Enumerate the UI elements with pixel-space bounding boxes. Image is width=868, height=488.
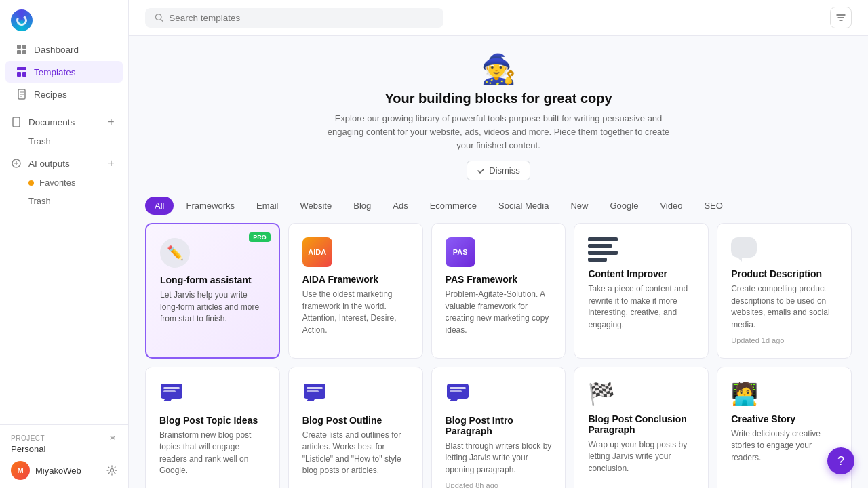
chat-icon-3 xyxy=(446,381,552,408)
project-select-icon[interactable] xyxy=(108,433,117,443)
search-bar[interactable] xyxy=(145,8,443,28)
avatar: M xyxy=(11,461,30,480)
card-aida-framework[interactable]: AIDA AIDA Framework Use the oldest marke… xyxy=(288,223,423,359)
documents-nav-item[interactable]: Documents xyxy=(11,117,75,127)
username: MiyakoWeb xyxy=(35,466,101,476)
tab-frameworks[interactable]: Frameworks xyxy=(176,197,244,215)
check-icon xyxy=(477,167,485,175)
dismiss-button[interactable]: Dismiss xyxy=(467,161,530,180)
svg-rect-0 xyxy=(17,45,21,49)
tab-ads[interactable]: Ads xyxy=(383,197,417,215)
lines-icon xyxy=(588,237,618,262)
tab-website[interactable]: Website xyxy=(290,197,341,215)
sidebar-item-favorites[interactable]: Favorites xyxy=(0,174,128,192)
card-title: Blog Post Outline xyxy=(302,415,409,426)
svg-rect-24 xyxy=(450,390,462,392)
filter-button[interactable] xyxy=(830,7,852,28)
sidebar-item-label: Dashboard xyxy=(34,45,79,55)
grid-icon xyxy=(16,44,27,55)
card-long-form-assistant[interactable]: PRO ✏️ Long-form assistant Let Jarvis he… xyxy=(145,223,280,359)
svg-rect-17 xyxy=(163,387,180,389)
card-updated: Updated 1d ago xyxy=(731,336,837,344)
cards-grid: PRO ✏️ Long-form assistant Let Jarvis he… xyxy=(145,223,852,488)
tab-ecommerce[interactable]: Ecommerce xyxy=(420,197,486,215)
documents-section-header: Documents + xyxy=(0,112,128,132)
svg-rect-5 xyxy=(17,72,21,77)
svg-rect-3 xyxy=(22,50,26,54)
card-title: Product Description xyxy=(731,268,837,279)
aida-icon: AIDA xyxy=(302,237,332,267)
sidebar-item-templates[interactable]: Templates xyxy=(5,61,123,83)
card-description: Problem-Agitate-Solution. A valuable fra… xyxy=(446,289,552,336)
card-description: Blast through writers block by letting J… xyxy=(446,441,552,476)
svg-line-15 xyxy=(161,19,163,21)
tab-email[interactable]: Email xyxy=(247,197,288,215)
tab-video[interactable]: Video xyxy=(650,197,692,215)
hero-description: Explore our growing library of powerful … xyxy=(322,112,675,152)
help-button[interactable]: ? xyxy=(827,447,854,474)
flag-icon: 🏁 xyxy=(588,381,694,407)
card-pas-framework[interactable]: PAS PAS Framework Problem-Agitate-Soluti… xyxy=(431,223,566,359)
ai-outputs-section-header: AI outputs + xyxy=(0,153,128,174)
ai-outputs-nav-item[interactable]: AI outputs xyxy=(11,158,70,169)
svg-rect-4 xyxy=(17,67,26,70)
sidebar-item-label: Recipes xyxy=(34,89,67,100)
recipes-icon xyxy=(16,89,27,100)
card-description: Let Jarvis help you write long-form arti… xyxy=(160,289,265,325)
card-title: Blog Post Topic Ideas xyxy=(159,415,266,426)
card-title: Blog Post Intro Paragraph xyxy=(446,415,552,436)
hero-emoji: 🧙 xyxy=(159,52,838,85)
add-ai-output-button[interactable]: + xyxy=(105,157,117,169)
svg-rect-20 xyxy=(307,387,323,389)
svg-rect-1 xyxy=(22,45,26,49)
card-title: Creative Story xyxy=(731,413,837,424)
favorites-dot xyxy=(28,180,34,186)
svg-rect-6 xyxy=(22,72,26,77)
settings-icon[interactable] xyxy=(106,465,117,476)
app-logo[interactable] xyxy=(11,9,33,31)
svg-rect-2 xyxy=(17,50,21,54)
card-product-description[interactable]: Product Description Create compelling pr… xyxy=(717,223,852,359)
chat-icon-1 xyxy=(159,381,266,408)
favorites-label: Favorites xyxy=(39,178,75,188)
help-label: ? xyxy=(837,454,844,468)
sidebar: Dashboard Templates Recipes Documents + … xyxy=(0,0,129,488)
sidebar-item-recipes[interactable]: Recipes xyxy=(5,83,123,105)
user-row: M MiyakoWeb xyxy=(11,461,117,480)
card-blog-post-outline[interactable]: Blog Post Outline Create lists and outli… xyxy=(288,367,423,488)
add-document-button[interactable]: + xyxy=(105,116,117,128)
sidebar-nav: Dashboard Templates Recipes Documents + … xyxy=(0,38,128,424)
svg-rect-23 xyxy=(450,387,466,389)
documents-label: Documents xyxy=(28,117,75,127)
card-blog-post-intro[interactable]: Blog Post Intro Paragraph Blast through … xyxy=(431,367,566,488)
sidebar-item-label: Templates xyxy=(34,67,76,77)
logo-area xyxy=(0,0,128,38)
svg-rect-18 xyxy=(163,390,176,392)
sidebar-item-trash-ai[interactable]: Trash xyxy=(0,192,128,210)
hero-banner: 🧙 Your building blocks for great copy Ex… xyxy=(145,36,852,191)
card-description: Use the oldest marketing framework in th… xyxy=(302,289,409,336)
search-input[interactable] xyxy=(169,13,434,23)
sidebar-item-dashboard[interactable]: Dashboard xyxy=(5,39,123,60)
card-description: Create lists and outlines for articles. … xyxy=(302,430,409,477)
tab-new[interactable]: New xyxy=(561,197,597,215)
card-blog-post-topic-ideas[interactable]: Blog Post Topic Ideas Brainstorm new blo… xyxy=(145,367,280,488)
card-blog-post-conclusion[interactable]: 🏁 Blog Post Conclusion Paragraph Wrap up… xyxy=(574,367,709,488)
card-title: AIDA Framework xyxy=(302,274,409,285)
sidebar-item-trash[interactable]: Trash xyxy=(0,132,128,150)
project-name: Personal xyxy=(11,444,117,454)
card-description: Brainstorm new blog post topics that wil… xyxy=(159,430,266,477)
pas-icon: PAS xyxy=(446,237,475,267)
tab-google[interactable]: Google xyxy=(600,197,648,215)
svg-point-13 xyxy=(111,469,114,472)
tab-all[interactable]: All xyxy=(145,197,174,215)
template-icon xyxy=(16,66,27,77)
tab-blog[interactable]: Blog xyxy=(344,197,380,215)
tab-seo[interactable]: SEO xyxy=(694,197,732,215)
app-header xyxy=(129,0,868,36)
ai-outputs-icon xyxy=(11,158,22,169)
filter-icon xyxy=(836,13,846,22)
card-content-improver[interactable]: Content Improver Take a piece of content… xyxy=(574,223,709,359)
trash-label: Trash xyxy=(28,136,51,146)
tab-social-media[interactable]: Social Media xyxy=(489,197,558,215)
